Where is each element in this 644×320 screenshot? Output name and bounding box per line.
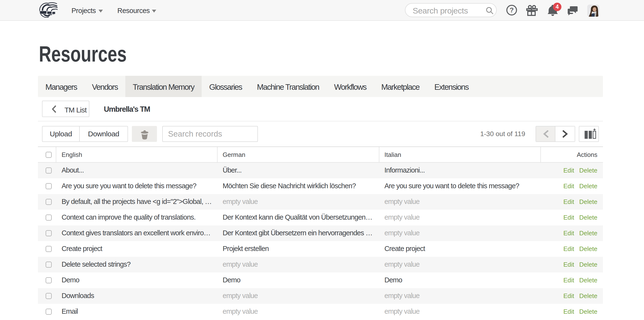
- svg-text:?: ?: [510, 6, 514, 14]
